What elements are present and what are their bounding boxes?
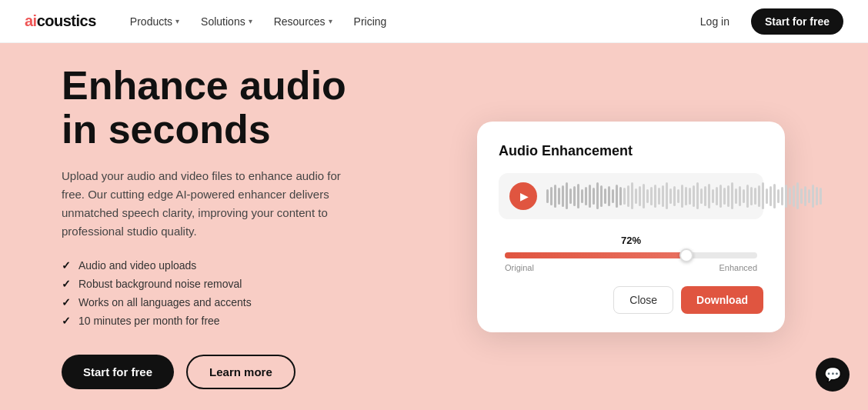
waveform bbox=[546, 182, 822, 210]
hero-right: Audio Enhancement ▶ 72% Original Enhance… bbox=[462, 122, 785, 332]
nav-left: aicoustics Products ▾ Solutions ▾ Resour… bbox=[25, 11, 396, 32]
nav-label-products: Products bbox=[130, 15, 172, 28]
slider-labels: Original Enhanced bbox=[505, 263, 757, 272]
check-icon: ✓ bbox=[62, 296, 71, 308]
chevron-down-icon: ▾ bbox=[249, 17, 252, 25]
list-item: ✓ Works on all languages and accents bbox=[62, 296, 462, 308]
hero-start-button[interactable]: Start for free bbox=[62, 355, 174, 389]
nav-links: Products ▾ Solutions ▾ Resources ▾ Prici… bbox=[121, 11, 396, 32]
check-icon: ✓ bbox=[62, 259, 71, 272]
nav-label-resources: Resources bbox=[274, 15, 326, 28]
chevron-down-icon: ▾ bbox=[329, 17, 332, 25]
close-button[interactable]: Close bbox=[613, 286, 673, 314]
play-button[interactable]: ▶ bbox=[509, 182, 537, 210]
nav-item-solutions[interactable]: Solutions ▾ bbox=[192, 11, 262, 32]
hero-learn-more-button[interactable]: Learn more bbox=[186, 355, 295, 389]
label-enhanced: Enhanced bbox=[719, 263, 757, 272]
list-item: ✓ Robust background noise removal bbox=[62, 278, 462, 290]
logo-prefix: ai bbox=[25, 12, 37, 29]
hero-title-line2: in seconds bbox=[62, 107, 271, 152]
nav-label-pricing: Pricing bbox=[354, 15, 387, 28]
navbar: aicoustics Products ▾ Solutions ▾ Resour… bbox=[0, 0, 868, 43]
list-item: ✓ Audio and video uploads bbox=[62, 259, 462, 272]
list-item: ✓ 10 minutes per month for free bbox=[62, 315, 462, 327]
chat-bubble-button[interactable]: 💬 bbox=[816, 358, 850, 392]
feature-label: Audio and video uploads bbox=[78, 259, 196, 272]
download-button[interactable]: Download bbox=[681, 286, 763, 314]
feature-label: 10 minutes per month for free bbox=[78, 315, 220, 327]
waveform-container: ▶ bbox=[499, 173, 763, 219]
chevron-down-icon: ▾ bbox=[175, 17, 179, 25]
label-original: Original bbox=[505, 263, 534, 272]
nav-item-resources[interactable]: Resources ▾ bbox=[265, 11, 342, 32]
slider-area: 72% Original Enhanced bbox=[499, 235, 763, 272]
nav-label-solutions: Solutions bbox=[201, 15, 245, 28]
slider-percent: 72% bbox=[499, 235, 763, 246]
hero-title-line1: Enhance audio bbox=[62, 63, 346, 108]
hero-section: Enhance audio in seconds Upload your aud… bbox=[0, 43, 868, 410]
feature-label: Works on all languages and accents bbox=[78, 296, 252, 308]
chat-icon: 💬 bbox=[824, 366, 841, 383]
hero-description: Upload your audio and video files to enh… bbox=[62, 167, 354, 241]
slider-thumb[interactable] bbox=[679, 248, 693, 262]
check-icon: ✓ bbox=[62, 315, 71, 327]
login-button[interactable]: Log in bbox=[691, 11, 739, 32]
slider-fill bbox=[505, 252, 686, 258]
audio-enhancement-card: Audio Enhancement ▶ 72% Original Enhance… bbox=[477, 122, 785, 332]
check-icon: ✓ bbox=[62, 278, 71, 290]
start-for-free-button[interactable]: Start for free bbox=[751, 8, 843, 35]
logo[interactable]: aicoustics bbox=[25, 12, 96, 30]
card-title: Audio Enhancement bbox=[499, 143, 763, 159]
hero-title: Enhance audio in seconds bbox=[62, 64, 462, 152]
feature-label: Robust background noise removal bbox=[78, 278, 242, 290]
play-icon: ▶ bbox=[520, 190, 529, 202]
nav-item-pricing[interactable]: Pricing bbox=[345, 11, 396, 32]
hero-content: Enhance audio in seconds Upload your aud… bbox=[62, 64, 462, 389]
nav-item-products[interactable]: Products ▾ bbox=[121, 11, 189, 32]
slider-track[interactable] bbox=[505, 252, 757, 258]
card-actions: Close Download bbox=[499, 286, 763, 314]
nav-right: Log in Start for free bbox=[691, 8, 843, 35]
features-list: ✓ Audio and video uploads ✓ Robust backg… bbox=[62, 259, 462, 327]
logo-suffix: coustics bbox=[37, 12, 96, 29]
hero-buttons: Start for free Learn more bbox=[62, 355, 462, 389]
